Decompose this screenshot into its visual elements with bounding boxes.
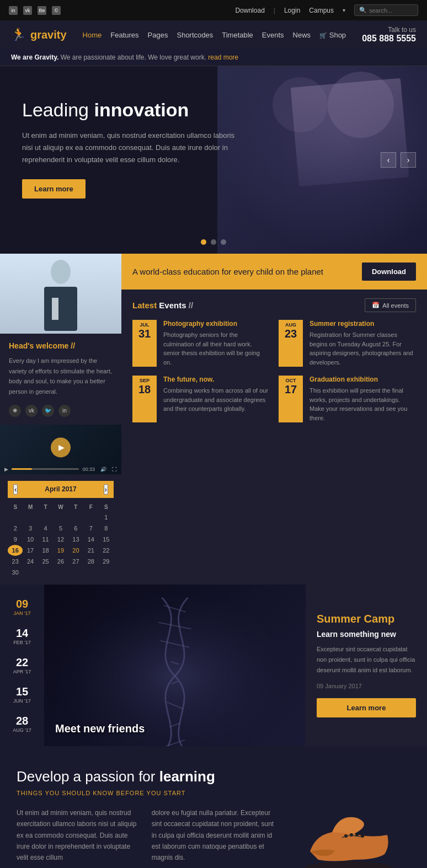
nav-home[interactable]: Home [83,31,102,39]
passion-heading: Develop a passion for learning [17,768,410,785]
linkedin-social-icon[interactable]: in [58,405,71,417]
calendar-day[interactable]: 2 [8,523,23,534]
login-link[interactable]: Login [284,7,300,14]
nav-events[interactable]: Events [262,31,284,39]
left-column: Head's welcome // Every day I am impress… [0,254,121,585]
calendar-day[interactable]: 29 [99,556,114,567]
video-section: ▶ 00:33 🔊 ⛶ [0,425,121,474]
calendar-day[interactable]: 10 [23,534,38,545]
calendar-day[interactable]: 23 [8,556,23,567]
nav-timetable[interactable]: Timetable [222,31,253,39]
calendar-day[interactable]: 18 [38,545,53,556]
nav-shop[interactable]: 🛒 Shop [319,31,346,39]
behance-icon[interactable]: Be [38,6,46,15]
hero-next-button[interactable]: › [401,152,416,168]
campus-link[interactable]: Campus [309,7,334,14]
calendar-day[interactable]: 9 [8,534,23,545]
hero-cta-button[interactable]: Learn more [22,179,86,199]
event-title[interactable]: The future, now. [163,376,270,383]
calendar-day[interactable]: 27 [68,556,83,567]
logo[interactable]: 🏃 gravity [11,28,67,42]
calendar-day[interactable]: 15 [99,534,114,545]
summer-camp-subtitle: Learn something new [317,630,416,639]
calendar-day[interactable]: 13 [68,534,83,545]
summer-date-item[interactable]: 15 JUN '17 [0,680,44,709]
calendar-day[interactable]: 6 [68,523,83,534]
summer-date-item[interactable]: 09 JAN '17 [0,592,44,621]
video-play-button[interactable] [51,437,71,457]
calendar-day[interactable]: 22 [99,545,114,556]
read-more-link[interactable]: read more [208,53,238,61]
calendar-day[interactable]: 21 [83,545,98,556]
linkedin-icon[interactable]: in [9,6,18,15]
svg-rect-1 [44,287,77,331]
deviantart-icon[interactable]: ❋ [9,405,21,417]
events-section: Latest Events // 📅 All events JUL 31 [121,290,427,431]
calendar-day[interactable]: 19 [53,545,68,556]
summer-date-item[interactable]: 14 FEB '17 [0,621,44,651]
calendar-day[interactable]: 26 [53,556,68,567]
event-title[interactable]: Summer registration [309,320,416,328]
event-date: SEP 18 [132,376,157,422]
calendar-day[interactable]: 5 [53,523,68,534]
event-title[interactable]: Photography exhibition [163,320,270,328]
top-bar: in vk Be © Download | Login Campus ▾ 🔍 [0,0,427,20]
summer-visual: Meet new friends [44,585,306,746]
vk-social-icon[interactable]: vk [25,405,38,417]
search-box[interactable]: 🔍 [354,4,418,16]
hero-dot-2[interactable] [211,239,216,245]
twitter-icon[interactable]: 🐦 [42,405,54,417]
download-button[interactable]: Download [362,262,416,281]
calendar-day[interactable]: 12 [53,534,68,545]
nav-shortcodes[interactable]: Shortcodes [177,31,213,39]
event-info: The future, now. Combining works from ac… [163,376,270,422]
nav-pages[interactable]: Pages [148,31,168,39]
calendar-day[interactable]: 24 [23,556,38,567]
all-events-button[interactable]: 📅 All events [365,298,416,312]
hero-content: Leading innovation Ut enim ad minim veni… [22,99,243,199]
whatsapp-icon[interactable]: © [52,6,61,15]
event-title[interactable]: Graduation exhibition [309,376,416,383]
video-time: 00:33 [82,467,95,472]
calendar-day[interactable]: 25 [38,556,53,567]
hero-dot-1[interactable] [201,239,206,245]
event-item: JUL 31 Photography exhibition Photograph… [132,320,270,367]
vk-icon[interactable]: vk [23,6,32,15]
calendar-day[interactable]: 14 [83,534,98,545]
calendar-prev-button[interactable]: ‹ [13,484,18,495]
calendar-day[interactable]: 8 [99,523,114,534]
calendar-day[interactable]: 20 [68,545,83,556]
video-progress-bar[interactable] [12,468,79,470]
calendar-day[interactable]: 30 [8,567,23,578]
passion-col2: dolore eu fugiat nulla pariatur. Excepte… [152,807,276,868]
summer-date-item[interactable]: 28 AUG '17 [0,709,44,738]
nav-news[interactable]: News [293,31,311,39]
calendar-day[interactable]: 3 [23,523,38,534]
video-play-icon[interactable]: ▶ [4,467,8,472]
nav-features[interactable]: Features [110,31,138,39]
calendar-day[interactable]: 17 [23,545,38,556]
banner-text: We are passionate about life. We love gr… [61,53,206,61]
event-info: Graduation exhibition This exhibition wi… [309,376,416,422]
calendar-day[interactable]: 1 [99,512,114,523]
event-date: AUG 23 [279,320,303,367]
fullscreen-icon[interactable]: ⛶ [112,467,117,472]
announcement-banner: We are Gravity. We are passionate about … [0,49,427,66]
search-input[interactable] [369,7,413,14]
summer-camp-section: 09 JAN '17 14 FEB '17 22 APR '17 15 JUN … [0,585,427,746]
download-banner: A world-class education for every child … [121,254,427,290]
summer-date-item[interactable]: 22 APR '17 [0,651,44,680]
hero-prev-button[interactable]: ‹ [381,152,396,168]
calendar-day[interactable]: 28 [83,556,98,567]
calendar-day[interactable]: 4 [38,523,53,534]
calendar-day[interactable]: 11 [38,534,53,545]
calendar-today[interactable]: 16 [8,545,23,556]
volume-icon[interactable]: 🔊 [100,467,106,472]
calendar-day[interactable]: 7 [83,523,98,534]
calendar-next-button[interactable]: › [104,484,108,495]
hero-dot-3[interactable] [221,239,226,245]
summer-visual-text: Meet new friends [55,722,145,735]
download-link[interactable]: Download [235,7,264,14]
person-svg [33,256,88,334]
summer-camp-cta[interactable]: Learn more [317,698,416,717]
